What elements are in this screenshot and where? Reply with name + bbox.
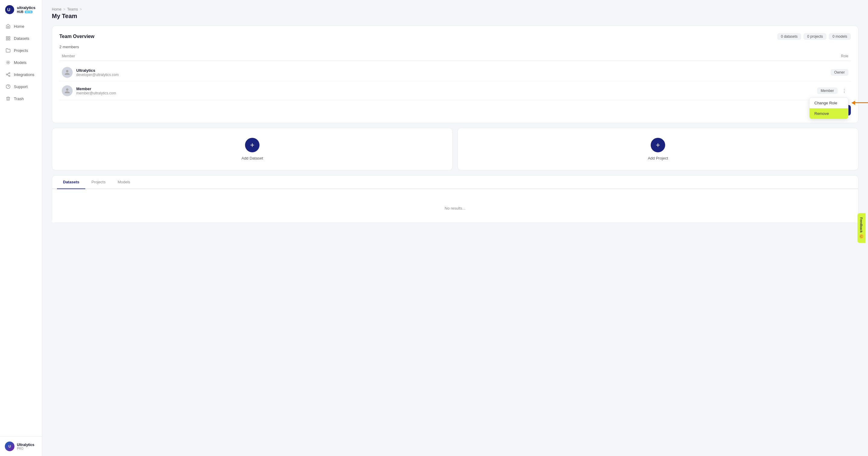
team-overview-header: Team Overview 0 datasets 0 projects 0 mo…	[59, 33, 851, 40]
user-name: Ultralytics	[17, 443, 34, 447]
arrow-line	[855, 102, 868, 103]
sidebar-footer: U Ultralytics PRO	[0, 436, 42, 456]
add-dataset-icon: +	[245, 138, 259, 152]
feedback-icon: 😊	[859, 234, 864, 238]
add-cards-row: + Add Dataset + Add Project	[52, 128, 858, 170]
logo-name: ultralytics	[17, 6, 35, 10]
svg-line-10	[7, 75, 9, 76]
svg-rect-5	[8, 38, 10, 40]
page-title: My Team	[52, 13, 858, 20]
add-project-card[interactable]: + Add Project	[458, 128, 858, 170]
svg-rect-4	[6, 38, 8, 40]
svg-point-6	[7, 62, 9, 63]
stat-projects: 0 projects	[804, 33, 827, 40]
member-email-owner: developer@ultralytics.com	[76, 73, 119, 77]
svg-line-11	[7, 73, 9, 74]
logo-hub: HUB	[17, 10, 24, 13]
user-plan: PRO	[17, 447, 34, 450]
member-email-member: member@ultralytics.com	[76, 91, 116, 95]
add-project-label: Add Project	[648, 156, 668, 161]
logo: U ultralytics HUB BETA	[0, 0, 42, 21]
models-icon	[5, 60, 11, 65]
sidebar: U ultralytics HUB BETA Home Datasets	[0, 0, 42, 456]
owner-badge: Owner	[831, 69, 848, 76]
sidebar-item-home[interactable]: Home	[2, 21, 39, 32]
svg-rect-2	[6, 36, 8, 38]
member-name-owner: Ultralytics	[76, 68, 119, 73]
sidebar-item-datasets[interactable]: Datasets	[2, 33, 39, 44]
add-dataset-card[interactable]: + Add Dataset	[52, 128, 453, 170]
breadcrumb-teams[interactable]: Teams	[67, 7, 78, 11]
no-results: No results...	[52, 194, 858, 223]
feedback-label: Feedback	[860, 218, 864, 233]
tab-projects[interactable]: Projects	[85, 175, 112, 189]
support-icon	[5, 84, 11, 89]
logo-text: ultralytics HUB BETA	[17, 6, 35, 13]
members-count: 2 members	[59, 45, 851, 49]
breadcrumb-home[interactable]: Home	[52, 7, 61, 11]
logo-icon: U	[5, 5, 14, 15]
svg-point-7	[9, 73, 10, 74]
member-info-member: Member member@ultralytics.com	[62, 85, 116, 96]
sidebar-nav: Home Datasets Projects Models	[0, 21, 42, 436]
beta-badge: BETA	[25, 10, 33, 13]
tab-models[interactable]: Models	[112, 175, 136, 189]
sidebar-label-home: Home	[14, 24, 24, 29]
member-dropdown-menu: Change Role Remove	[809, 97, 848, 119]
stat-datasets: 0 datasets	[777, 33, 801, 40]
projects-icon	[5, 48, 11, 53]
svg-text:U: U	[7, 7, 10, 12]
avatar-owner	[62, 67, 73, 78]
svg-rect-3	[8, 36, 10, 38]
sidebar-label-trash: Trash	[14, 96, 24, 101]
more-options-button[interactable]: ⋮	[840, 87, 848, 95]
member-row-owner: Ultralytics developer@ultralytics.com Ow…	[59, 63, 851, 82]
main-content: Home > Teams > My Team Team Overview 0 d…	[42, 0, 868, 456]
sidebar-item-integrations[interactable]: Integrations	[2, 69, 39, 80]
avatar: U	[5, 441, 14, 451]
member-role-member: Member ⋮ Change Role Remove	[817, 87, 848, 95]
sidebar-item-support[interactable]: Support	[2, 81, 39, 92]
sidebar-label-integrations: Integrations	[14, 73, 34, 77]
member-role-owner: Owner	[831, 69, 848, 76]
add-dataset-label: Add Dataset	[241, 156, 263, 161]
breadcrumb-sep2: >	[80, 7, 82, 11]
sidebar-item-trash[interactable]: Trash	[2, 93, 39, 104]
sidebar-label-datasets: Datasets	[14, 36, 29, 41]
col-member-header: Member	[62, 54, 75, 58]
member-name-member: Member	[76, 87, 116, 91]
feedback-button[interactable]: Feedback 😊	[858, 213, 866, 243]
sidebar-label-support: Support	[14, 84, 28, 89]
sidebar-label-models: Models	[14, 60, 27, 65]
user-info: Ultralytics PRO	[17, 443, 34, 450]
member-details-owner: Ultralytics developer@ultralytics.com	[76, 68, 119, 77]
sidebar-item-models[interactable]: Models	[2, 57, 39, 68]
tabs-section: Datasets Projects Models No results...	[52, 175, 858, 223]
integrations-icon	[5, 72, 11, 77]
arrow-head	[851, 101, 855, 105]
change-role-item[interactable]: Change Role	[809, 98, 848, 108]
svg-point-9	[9, 76, 10, 77]
tab-datasets[interactable]: Datasets	[57, 175, 85, 189]
logo-sub: HUB BETA	[17, 10, 35, 13]
arrow-annotation	[855, 102, 868, 103]
trash-icon	[5, 96, 11, 101]
team-overview-card: Team Overview 0 datasets 0 projects 0 mo…	[52, 26, 858, 123]
sidebar-label-projects: Projects	[14, 48, 28, 53]
col-role-header: Role	[841, 54, 848, 58]
member-details-member: Member member@ultralytics.com	[76, 87, 116, 95]
add-project-icon: +	[651, 138, 665, 152]
remove-item[interactable]: Remove	[809, 108, 848, 119]
member-info-owner: Ultralytics developer@ultralytics.com	[62, 67, 119, 78]
invite-row: Invite	[59, 105, 851, 115]
datasets-icon	[5, 36, 11, 41]
members-table-header: Member Role	[59, 54, 851, 61]
avatar-member	[62, 85, 73, 96]
member-badge: Member	[817, 87, 838, 94]
tabs-row: Datasets Projects Models	[52, 175, 858, 189]
home-icon	[5, 24, 11, 29]
svg-point-8	[6, 74, 7, 75]
stat-models: 0 models	[829, 33, 851, 40]
stats-row: 0 datasets 0 projects 0 models	[777, 33, 851, 40]
sidebar-item-projects[interactable]: Projects	[2, 45, 39, 56]
